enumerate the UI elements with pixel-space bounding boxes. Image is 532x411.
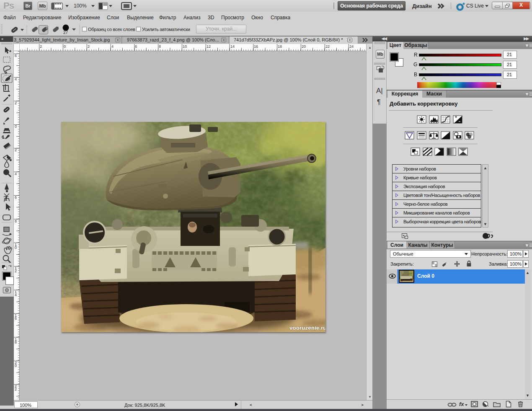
svg-text:T: T — [4, 195, 8, 202]
svg-text:vooruzenie.ru: vooruzenie.ru — [289, 325, 325, 331]
svg-text:27: 27 — [63, 30, 68, 35]
